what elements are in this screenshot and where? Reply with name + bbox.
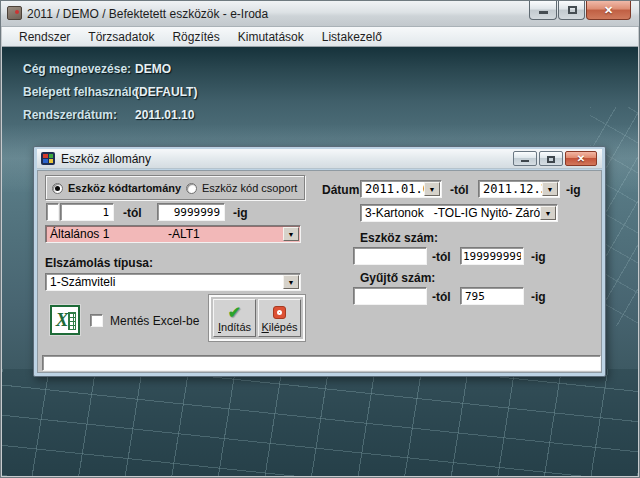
dialog-body: Eszköz kódtartomány Eszköz kód csoport -… xyxy=(37,170,602,373)
background-grid-floor xyxy=(2,369,638,476)
accounting-value: 1-Számviteli xyxy=(46,275,283,289)
menu-listakezelo[interactable]: Listakezelő xyxy=(313,28,391,46)
asset-number-label: Eszköz szám: xyxy=(360,231,438,245)
accounting-combobox[interactable]: 1-Számviteli ▼ xyxy=(45,273,301,291)
menu-kimutatasok[interactable]: Kimutatások xyxy=(229,28,313,46)
code-to-suffix: -ig xyxy=(233,206,248,220)
group-to-field[interactable] xyxy=(460,287,524,305)
category-code: -ALT1 xyxy=(168,227,200,241)
radio-unselected-icon xyxy=(186,183,197,194)
action-button-panel: ✔ Indítás Kilépés xyxy=(209,295,305,341)
dialog-close-icon: ✕ xyxy=(566,153,596,164)
inditas-button[interactable]: ✔ Indítás xyxy=(213,299,256,337)
radio-eszkoz-kodtartomany[interactable]: Eszköz kódtartomány xyxy=(52,182,181,194)
report-type-arrow-icon[interactable]: ▼ xyxy=(540,206,556,220)
close-button[interactable]: ✕ xyxy=(586,1,631,20)
date-to-value: 2011.12.31 xyxy=(479,182,542,196)
dialog-titlebar: Eszköz állomány ✕ xyxy=(37,149,602,169)
exit-initial: K xyxy=(261,321,268,333)
excel-checkbox[interactable] xyxy=(90,314,103,327)
report-type-value: 3-Kartonok -TOL-IG Nyitó- Záró xyxy=(361,206,540,220)
report-type-combobox[interactable]: 3-Kartonok -TOL-IG Nyitó- Záró ▼ xyxy=(360,204,558,222)
green-check-icon: ✔ xyxy=(228,303,241,321)
asset-from-suffix: -tól xyxy=(432,250,451,264)
excel-checkbox-label: Mentés Excel-be xyxy=(110,314,199,328)
user-row: Belépett felhasználó: (DEFAULT) xyxy=(23,85,143,99)
eszkoz-allomany-dialog: Eszköz állomány ✕ Eszköz kódtartomány xyxy=(33,146,606,377)
user-value: (DEFAULT) xyxy=(135,85,197,99)
window-titlebar: 2011 / DEMO / Befektetett eszközök - e-I… xyxy=(1,1,639,27)
menu-rendszer[interactable]: Rendszer xyxy=(10,28,79,46)
sysdate-value: 2011.01.10 xyxy=(135,108,194,122)
excel-icon: X xyxy=(50,305,80,335)
menu-bar: Rendszer Törzsadatok Rögzítés Kimutatáso… xyxy=(2,27,638,47)
radio-range-label: Eszköz kódtartomány xyxy=(68,182,181,194)
main-window: 2011 / DEMO / Befektetett eszközök - e-I… xyxy=(0,0,640,478)
category-name: Általános 1 xyxy=(50,227,168,241)
date-from-suffix: -tól xyxy=(450,183,469,197)
code-to-field[interactable] xyxy=(157,203,225,221)
dialog-title: Eszköz állomány xyxy=(61,152,151,166)
company-row: Cég megnevezése: DEMO xyxy=(23,62,131,76)
category-combobox[interactable]: Általános 1 -ALT1 ▼ xyxy=(45,225,301,243)
menu-torzsadatok[interactable]: Törzsadatok xyxy=(79,28,163,46)
group-from-field[interactable] xyxy=(353,287,427,305)
sysdate-label: Rendszerdátum: xyxy=(23,108,117,122)
dialog-minimize-button[interactable] xyxy=(513,151,537,166)
group-from-suffix: -tól xyxy=(432,290,451,304)
progress-bar xyxy=(42,355,601,371)
date-label: Dátum: xyxy=(322,183,363,197)
asset-to-suffix: -ig xyxy=(531,250,546,264)
dialog-minimize-icon xyxy=(521,160,529,162)
kilepes-button[interactable]: Kilépés xyxy=(258,299,301,337)
category-dropdown-arrow-icon[interactable]: ▼ xyxy=(283,227,299,241)
accounting-dropdown-arrow-icon[interactable]: ▼ xyxy=(283,275,299,289)
minimize-icon xyxy=(539,11,548,14)
dialog-close-button[interactable]: ✕ xyxy=(565,151,597,166)
user-label: Belépett felhasználó: xyxy=(23,85,143,99)
exit-power-icon xyxy=(273,303,286,321)
date-from-value: 2011.01.01 xyxy=(361,182,424,196)
date-from-arrow-icon[interactable]: ▼ xyxy=(424,182,440,196)
menu-rogzites[interactable]: Rögzítés xyxy=(163,28,228,46)
close-icon: ✕ xyxy=(587,4,630,17)
code-prefix-field[interactable] xyxy=(46,203,59,221)
maximize-button[interactable] xyxy=(558,1,585,20)
date-from-combobox[interactable]: 2011.01.01 ▼ xyxy=(360,180,442,198)
radio-group-label: Eszköz kód csoport xyxy=(202,182,297,194)
asset-from-field[interactable] xyxy=(353,247,427,265)
window-title: 2011 / DEMO / Befektetett eszközök - e-I… xyxy=(27,7,268,21)
app-icon xyxy=(7,6,22,20)
date-to-arrow-icon[interactable]: ▼ xyxy=(542,182,558,196)
start-rest: ndítás xyxy=(221,321,251,333)
radio-eszkoz-kod-csoport[interactable]: Eszköz kód csoport xyxy=(186,182,297,194)
date-to-suffix: -ig xyxy=(566,183,581,197)
radio-selected-icon xyxy=(52,183,63,194)
date-to-combobox[interactable]: 2011.12.31 ▼ xyxy=(478,180,560,198)
dialog-maximize-icon xyxy=(547,156,555,163)
dialog-windows-flag-icon xyxy=(41,152,55,165)
asset-to-field[interactable] xyxy=(460,247,524,265)
company-value: DEMO xyxy=(135,62,171,76)
dialog-maximize-button[interactable] xyxy=(539,151,563,166)
company-label: Cég megnevezése: xyxy=(23,62,131,76)
code-from-field[interactable] xyxy=(60,203,114,221)
group-to-suffix: -ig xyxy=(531,290,546,304)
exit-rest: ilépés xyxy=(269,321,298,333)
code-from-suffix: -tól xyxy=(123,206,142,220)
minimize-button[interactable] xyxy=(529,1,557,20)
accounting-label: Elszámolás típusa: xyxy=(45,256,153,270)
sysdate-row: Rendszerdátum: 2011.01.10 xyxy=(23,108,117,122)
scope-groupbox: Eszköz kódtartomány Eszköz kód csoport xyxy=(45,175,305,200)
group-number-label: Gyűjtő szám: xyxy=(360,271,435,285)
maximize-icon xyxy=(568,6,577,14)
client-area: Cég megnevezése: DEMO Belépett felhaszná… xyxy=(2,47,638,476)
